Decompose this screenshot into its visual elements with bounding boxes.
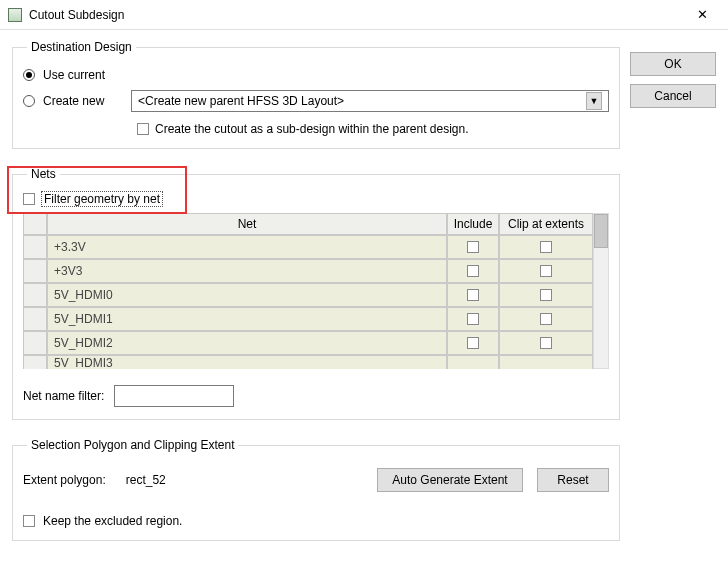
label-use-current: Use current (43, 68, 105, 82)
label-filter-geometry: Filter geometry by net (41, 191, 163, 207)
header-net[interactable]: Net (47, 213, 447, 235)
checkbox-clip[interactable] (540, 289, 552, 301)
row-stub[interactable] (23, 331, 47, 355)
cell-clip[interactable] (499, 355, 593, 369)
nets-table: Net Include Clip at extents +3.3V +3V3 (23, 213, 609, 369)
label-sub-design: Create the cutout as a sub-design within… (155, 122, 469, 136)
create-new-combo-value: <Create new parent HFSS 3D Layout> (138, 94, 344, 108)
app-icon (8, 8, 22, 22)
table-row: 5V_HDMI0 (23, 283, 593, 307)
auto-generate-extent-button[interactable]: Auto Generate Extent (377, 468, 523, 492)
cell-clip[interactable] (499, 307, 593, 331)
header-stub (23, 213, 47, 235)
checkbox-keep-excluded[interactable] (23, 515, 35, 527)
selection-polygon-legend: Selection Polygon and Clipping Extent (27, 438, 238, 452)
cell-net-name[interactable]: 5V_HDMI2 (47, 331, 447, 355)
cell-clip[interactable] (499, 235, 593, 259)
table-row: 5V_HDMI1 (23, 307, 593, 331)
nets-scrollbar[interactable] (593, 213, 609, 369)
checkbox-sub-design[interactable] (137, 123, 149, 135)
cell-include[interactable] (447, 283, 499, 307)
cell-include[interactable] (447, 235, 499, 259)
cell-clip[interactable] (499, 259, 593, 283)
create-new-combo[interactable]: <Create new parent HFSS 3D Layout> ▼ (131, 90, 609, 112)
scrollbar-thumb[interactable] (594, 214, 608, 248)
checkbox-include[interactable] (467, 313, 479, 325)
cell-include[interactable] (447, 331, 499, 355)
cell-net-name[interactable]: 5V_HDMI3 (47, 355, 447, 369)
label-create-new: Create new (43, 94, 123, 108)
row-stub[interactable] (23, 259, 47, 283)
cell-include[interactable] (447, 259, 499, 283)
label-net-name-filter: Net name filter: (23, 389, 104, 403)
row-stub[interactable] (23, 307, 47, 331)
checkbox-clip[interactable] (540, 241, 552, 253)
cell-include[interactable] (447, 307, 499, 331)
cell-net-name[interactable]: +3V3 (47, 259, 447, 283)
cell-net-name[interactable]: 5V_HDMI1 (47, 307, 447, 331)
checkbox-clip[interactable] (540, 313, 552, 325)
selection-polygon-group: Selection Polygon and Clipping Extent Ex… (12, 438, 620, 541)
checkbox-clip[interactable] (540, 337, 552, 349)
value-extent-polygon: rect_52 (126, 473, 166, 487)
cell-include[interactable] (447, 355, 499, 369)
nets-legend: Nets (27, 167, 60, 181)
window-title: Cutout Subdesign (29, 8, 682, 22)
close-button[interactable]: ✕ (682, 1, 722, 29)
checkbox-include[interactable] (467, 289, 479, 301)
table-row: +3.3V (23, 235, 593, 259)
checkbox-include[interactable] (467, 241, 479, 253)
radio-use-current[interactable] (23, 69, 35, 81)
chevron-down-icon[interactable]: ▼ (586, 92, 602, 110)
cancel-button[interactable]: Cancel (630, 84, 716, 108)
row-stub[interactable] (23, 355, 47, 369)
label-keep-excluded: Keep the excluded region. (43, 514, 182, 528)
ok-button[interactable]: OK (630, 52, 716, 76)
nets-group: Nets Filter geometry by net Net Include … (12, 167, 620, 420)
destination-design-group: Destination Design Use current Create ne… (12, 40, 620, 149)
table-row: +3V3 (23, 259, 593, 283)
cell-net-name[interactable]: 5V_HDMI0 (47, 283, 447, 307)
checkbox-filter-geometry[interactable] (23, 193, 35, 205)
checkbox-clip[interactable] (540, 265, 552, 277)
table-row: 5V_HDMI3 (23, 355, 593, 369)
label-extent-polygon: Extent polygon: (23, 473, 106, 487)
nets-table-header: Net Include Clip at extents (23, 213, 593, 235)
row-stub[interactable] (23, 283, 47, 307)
header-clip[interactable]: Clip at extents (499, 213, 593, 235)
radio-create-new[interactable] (23, 95, 35, 107)
checkbox-include[interactable] (467, 265, 479, 277)
destination-design-legend: Destination Design (27, 40, 136, 54)
cell-clip[interactable] (499, 283, 593, 307)
cell-clip[interactable] (499, 331, 593, 355)
header-include[interactable]: Include (447, 213, 499, 235)
net-name-filter-input[interactable] (114, 385, 234, 407)
row-stub[interactable] (23, 235, 47, 259)
reset-button[interactable]: Reset (537, 468, 609, 492)
table-row: 5V_HDMI2 (23, 331, 593, 355)
checkbox-include[interactable] (467, 337, 479, 349)
titlebar: Cutout Subdesign ✕ (0, 0, 728, 30)
cell-net-name[interactable]: +3.3V (47, 235, 447, 259)
